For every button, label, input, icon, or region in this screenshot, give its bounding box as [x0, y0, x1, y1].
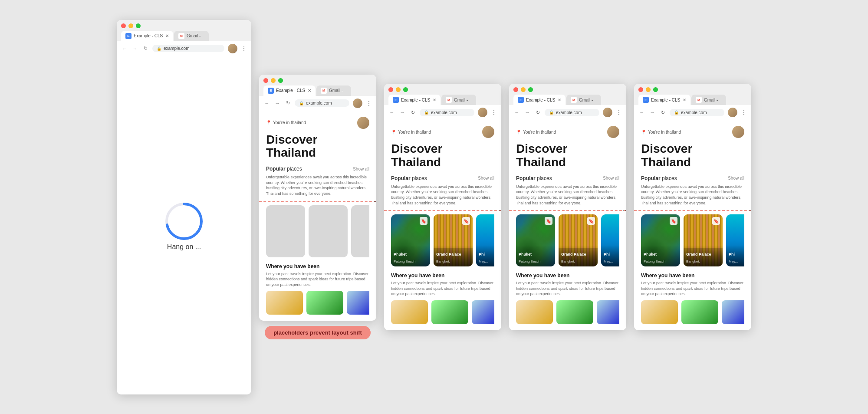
- traffic-light-green[interactable]: [136, 23, 141, 28]
- traffic-light-red-3[interactable]: [388, 87, 393, 92]
- tab-example-5[interactable]: E Example - CLS ✕: [638, 95, 690, 105]
- traffic-light-green-5[interactable]: [653, 87, 658, 92]
- forward-button-4[interactable]: →: [524, 109, 531, 116]
- traffic-light-green-3[interactable]: [403, 87, 408, 92]
- tab-gmail-4[interactable]: M Gmail -: [566, 95, 601, 105]
- where-card-5-3[interactable]: [722, 300, 744, 324]
- user-avatar-3[interactable]: [482, 126, 494, 138]
- user-avatar-chrome-4[interactable]: [603, 108, 612, 117]
- card-grand-palace-5[interactable]: 🔖 Grand Palace Bangkok: [684, 214, 723, 266]
- show-all-5[interactable]: Show all: [728, 176, 744, 181]
- address-bar-3[interactable]: 🔒 example.com: [420, 109, 474, 116]
- traffic-light-yellow[interactable]: [128, 23, 133, 28]
- back-button-3[interactable]: ←: [388, 109, 395, 116]
- traffic-light-red-5[interactable]: [638, 87, 643, 92]
- browser-menu-2[interactable]: ⋮: [366, 100, 372, 107]
- card-phi-5[interactable]: Phi May...: [726, 214, 744, 266]
- browser-menu-4[interactable]: ⋮: [616, 109, 622, 116]
- where-card-2-3[interactable]: [347, 291, 369, 315]
- where-card-3-2[interactable]: [431, 300, 468, 324]
- tab-close-5[interactable]: ✕: [683, 98, 686, 102]
- show-all-4[interactable]: Show all: [603, 176, 619, 181]
- tab-gmail-2[interactable]: M Gmail -: [316, 85, 351, 96]
- user-avatar-2[interactable]: [357, 117, 369, 129]
- tab-gmail-3[interactable]: M Gmail -: [441, 95, 476, 105]
- where-card-4-1[interactable]: [516, 300, 553, 324]
- traffic-light-yellow-3[interactable]: [396, 87, 401, 92]
- reload-button-2[interactable]: ↻: [284, 100, 291, 107]
- where-card-3-3[interactable]: [472, 300, 494, 324]
- browser-menu-3[interactable]: ⋮: [491, 109, 497, 116]
- user-avatar-chrome-5[interactable]: [728, 108, 737, 117]
- bookmark-phuket-3[interactable]: 🔖: [420, 217, 427, 225]
- where-card-3-1[interactable]: [391, 300, 428, 324]
- where-card-4-3[interactable]: [597, 300, 619, 324]
- address-bar-5[interactable]: 🔒 example.com: [670, 109, 724, 116]
- tab-example-3[interactable]: E Example - CLS ✕: [388, 95, 441, 105]
- card-phuket-4[interactable]: 🔖 Phuket Patong Beach: [516, 214, 555, 266]
- tab-close-2[interactable]: ✕: [308, 88, 311, 93]
- tab-example-4[interactable]: E Example - CLS ✕: [513, 95, 566, 105]
- traffic-light-yellow-4[interactable]: [521, 87, 526, 92]
- browser-menu-1[interactable]: ⋮: [241, 45, 247, 52]
- traffic-light-red[interactable]: [121, 23, 126, 28]
- where-card-5-1[interactable]: [641, 300, 678, 324]
- user-avatar-5[interactable]: [732, 126, 744, 138]
- tab-gmail-1[interactable]: M Gmail -: [174, 31, 209, 41]
- traffic-light-red-4[interactable]: [513, 87, 518, 92]
- user-avatar-4[interactable]: [607, 126, 619, 138]
- tab-close-4[interactable]: ✕: [558, 98, 561, 102]
- bookmark-phuket-4[interactable]: 🔖: [545, 217, 552, 225]
- card-label-grand-5: Grand Palace Bangkok: [684, 245, 723, 266]
- user-avatar-chrome-3[interactable]: [478, 108, 487, 117]
- url-text-5: example.com: [681, 110, 707, 115]
- reload-button-5[interactable]: ↻: [659, 109, 666, 116]
- tab-close-3[interactable]: ✕: [433, 98, 436, 102]
- card-phuket-3[interactable]: 🔖 Phuket Patong Beach: [391, 214, 430, 266]
- reload-button-1[interactable]: ↻: [142, 45, 149, 52]
- tab-gmail-5[interactable]: M Gmail -: [691, 95, 726, 105]
- tab-close-1[interactable]: ✕: [165, 33, 169, 38]
- back-button-4[interactable]: ←: [513, 109, 520, 116]
- traffic-light-yellow-5[interactable]: [646, 87, 651, 92]
- back-button-5[interactable]: ←: [638, 109, 645, 116]
- show-all-3[interactable]: Show all: [478, 176, 494, 181]
- forward-button-2[interactable]: →: [274, 100, 281, 107]
- card-grand-palace-4[interactable]: 🔖 Grand Palace Bangkok: [559, 214, 598, 266]
- forward-button-5[interactable]: →: [649, 109, 656, 116]
- user-avatar-chrome-1[interactable]: [228, 44, 237, 53]
- card-phi-3[interactable]: Phi May...: [476, 214, 494, 266]
- traffic-light-yellow-2[interactable]: [271, 78, 276, 83]
- bookmark-grand-5[interactable]: 🔖: [712, 217, 720, 225]
- back-button-2[interactable]: ←: [263, 100, 270, 107]
- card-phi-4[interactable]: Phi May...: [601, 214, 619, 266]
- tab-example-1[interactable]: E Example - CLS ✕: [121, 31, 173, 41]
- gmail-favicon-4: M: [571, 97, 577, 103]
- bookmark-grand-4[interactable]: 🔖: [587, 217, 595, 225]
- user-avatar-chrome-2[interactable]: [353, 99, 362, 108]
- tab-example-2[interactable]: E Example - CLS ✕: [263, 85, 316, 96]
- address-bar-2[interactable]: 🔒 example.com: [295, 99, 349, 107]
- where-card-2-1[interactable]: [266, 291, 303, 315]
- where-card-5-2[interactable]: [681, 300, 718, 324]
- bookmark-phuket-5[interactable]: 🔖: [670, 217, 677, 225]
- card-grand-palace-3[interactable]: 🔖 Grand Palace Bangkok: [434, 214, 473, 266]
- browser-menu-5[interactable]: ⋮: [741, 109, 747, 116]
- forward-button-3[interactable]: →: [399, 109, 406, 116]
- reload-button-3[interactable]: ↻: [409, 109, 416, 116]
- show-all-2[interactable]: Show all: [353, 167, 369, 171]
- address-bar-1[interactable]: 🔒 example.com: [152, 45, 224, 52]
- traffic-light-green-2[interactable]: [278, 78, 283, 83]
- card-phuket-5[interactable]: 🔖 Phuket Patong Beach: [641, 214, 680, 266]
- back-button-1[interactable]: ←: [121, 45, 128, 52]
- where-card-4-2[interactable]: [556, 300, 593, 324]
- reload-button-4[interactable]: ↻: [534, 109, 541, 116]
- traffic-light-green-4[interactable]: [528, 87, 533, 92]
- where-card-2-2[interactable]: [306, 291, 343, 315]
- traffic-light-red-2[interactable]: [263, 78, 268, 83]
- address-bar-4[interactable]: 🔒 example.com: [545, 109, 599, 116]
- bookmark-grand-3[interactable]: 🔖: [462, 217, 470, 225]
- cards-row-3: 🔖 Phuket Patong Beach 🔖 Grand Palace Ban…: [391, 214, 494, 266]
- arrow-right-3: →: [498, 207, 501, 214]
- forward-button-1[interactable]: →: [132, 45, 138, 52]
